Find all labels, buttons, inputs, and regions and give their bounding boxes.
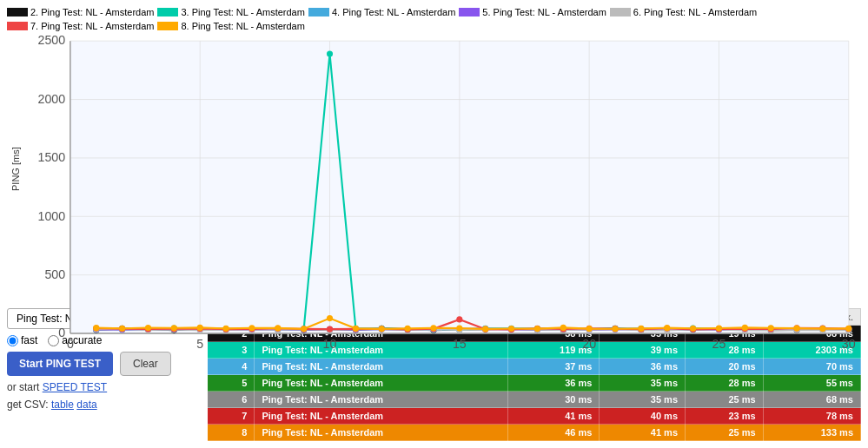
table-cell: 36 ms bbox=[507, 375, 600, 392]
legend-color-8 bbox=[157, 22, 178, 30]
svg-point-216 bbox=[275, 325, 281, 331]
svg-point-213 bbox=[197, 325, 203, 331]
table-cell: 25 ms bbox=[686, 392, 764, 408]
y-axis-label: PING [ms] bbox=[7, 35, 21, 303]
svg-text:25: 25 bbox=[712, 337, 726, 351]
svg-text:2500: 2500 bbox=[38, 35, 66, 47]
legend-label-2: 2. Ping Test: NL - Amsterdam bbox=[30, 7, 154, 17]
legend-color-3 bbox=[157, 8, 178, 16]
table-cell: 35 ms bbox=[600, 375, 686, 392]
legend-color-5 bbox=[459, 8, 480, 16]
table-cell: 37 ms bbox=[507, 359, 600, 375]
table-cell: 20 ms bbox=[686, 359, 764, 375]
legend-color-4 bbox=[308, 8, 329, 16]
csv-text: get CSV: bbox=[7, 399, 49, 411]
svg-point-236 bbox=[793, 325, 799, 331]
svg-text:1000: 1000 bbox=[38, 209, 66, 223]
svg-point-211 bbox=[145, 325, 151, 331]
cell-server: Ping Test: NL - Amsterdam bbox=[255, 375, 507, 392]
svg-text:15: 15 bbox=[453, 337, 467, 351]
svg-text:1500: 1500 bbox=[38, 150, 66, 164]
legend-item-6: 6. Ping Test: NL - Amsterdam bbox=[610, 7, 757, 17]
svg-text:0: 0 bbox=[58, 326, 65, 339]
table-link[interactable]: table bbox=[51, 399, 74, 411]
cell-server: Ping Test: NL - Amsterdam bbox=[255, 408, 507, 425]
table-cell: 28 ms bbox=[686, 375, 764, 392]
chart-svg: 05001000150020002500051015202530 bbox=[21, 35, 861, 359]
legend-label-3: 3. Ping Test: NL - Amsterdam bbox=[181, 7, 304, 17]
cell-server: Ping Test: NL - Amsterdam bbox=[255, 392, 507, 408]
legend-color-7 bbox=[7, 22, 28, 30]
svg-point-226 bbox=[534, 326, 540, 332]
legend-label-6: 6. Ping Test: NL - Amsterdam bbox=[633, 7, 757, 17]
svg-point-223 bbox=[456, 326, 462, 332]
svg-text:10: 10 bbox=[323, 337, 337, 351]
svg-point-68 bbox=[327, 50, 333, 56]
legend-item-4: 4. Ping Test: NL - Amsterdam bbox=[308, 7, 455, 17]
svg-point-220 bbox=[379, 326, 385, 332]
cell-server: Ping Test: NL - Amsterdam bbox=[255, 359, 507, 375]
table-cell: 55 ms bbox=[763, 375, 860, 392]
or-text: or start bbox=[7, 381, 39, 393]
svg-text:30: 30 bbox=[842, 337, 856, 351]
legend-item-3: 3. Ping Test: NL - Amsterdam bbox=[157, 7, 304, 17]
svg-point-212 bbox=[171, 325, 177, 331]
table-cell: 41 ms bbox=[600, 425, 686, 441]
table-row: 7Ping Test: NL - Amsterdam41 ms40 ms23 m… bbox=[208, 408, 861, 425]
table-row: 4Ping Test: NL - Amsterdam37 ms36 ms20 m… bbox=[208, 359, 861, 375]
table-cell: 8 bbox=[208, 425, 255, 441]
svg-text:2000: 2000 bbox=[38, 92, 66, 106]
svg-point-188 bbox=[327, 326, 333, 332]
links-row: or start SPEED TEST bbox=[7, 381, 189, 393]
svg-point-209 bbox=[93, 325, 99, 331]
svg-point-219 bbox=[353, 326, 359, 332]
svg-point-214 bbox=[223, 326, 229, 332]
svg-point-237 bbox=[819, 326, 825, 332]
svg-point-228 bbox=[586, 326, 593, 332]
svg-point-222 bbox=[430, 325, 436, 331]
table-cell: 70 ms bbox=[763, 359, 860, 375]
table-cell: 46 ms bbox=[507, 425, 600, 441]
x-axis-labels bbox=[21, 359, 861, 360]
svg-point-235 bbox=[768, 325, 774, 331]
legend-item-5: 5. Ping Test: NL - Amsterdam bbox=[459, 7, 606, 17]
table-cell: 6 bbox=[208, 392, 255, 408]
svg-point-217 bbox=[301, 326, 307, 332]
table-cell: 36 ms bbox=[600, 359, 686, 375]
data-link[interactable]: data bbox=[76, 399, 96, 411]
table-cell: 41 ms bbox=[507, 408, 600, 425]
radio-fast[interactable] bbox=[7, 335, 18, 346]
table-cell: 7 bbox=[208, 408, 255, 425]
svg-text:500: 500 bbox=[44, 267, 65, 281]
svg-text:20: 20 bbox=[582, 337, 596, 351]
table-cell: 30 ms bbox=[507, 392, 600, 408]
svg-point-230 bbox=[638, 326, 644, 332]
svg-point-224 bbox=[482, 326, 488, 332]
legend-label-7: 7. Ping Test: NL - Amsterdam bbox=[30, 21, 154, 31]
svg-point-233 bbox=[716, 325, 722, 331]
svg-point-221 bbox=[405, 326, 411, 332]
speed-test-link[interactable]: SPEED TEST bbox=[43, 381, 107, 393]
svg-point-225 bbox=[508, 326, 514, 332]
table-cell: 68 ms bbox=[763, 392, 860, 408]
table-cell: 40 ms bbox=[600, 408, 686, 425]
legend-color-2 bbox=[7, 8, 28, 16]
legend-label-5: 5. Ping Test: NL - Amsterdam bbox=[482, 7, 606, 17]
svg-point-218 bbox=[327, 315, 333, 321]
legend-item-2: 2. Ping Test: NL - Amsterdam bbox=[7, 7, 154, 17]
table-cell: 25 ms bbox=[686, 425, 764, 441]
main-container: 2. Ping Test: NL - Amsterdam3. Ping Test… bbox=[0, 0, 868, 448]
legend-item-8: 8. Ping Test: NL - Amsterdam bbox=[157, 21, 304, 31]
table-row: 6Ping Test: NL - Amsterdam30 ms35 ms25 m… bbox=[208, 392, 861, 408]
table-cell: 78 ms bbox=[763, 408, 860, 425]
legend-label-8: 8. Ping Test: NL - Amsterdam bbox=[181, 21, 304, 31]
legend-label-4: 4. Ping Test: NL - Amsterdam bbox=[332, 7, 455, 17]
table-cell: 133 ms bbox=[763, 425, 860, 441]
table-row: 5Ping Test: NL - Amsterdam36 ms35 ms28 m… bbox=[208, 375, 861, 392]
svg-point-231 bbox=[664, 325, 670, 331]
csv-row: get CSV: table data bbox=[7, 399, 189, 411]
chart-inner: 05001000150020002500051015202530 bbox=[21, 35, 861, 303]
legend-color-6 bbox=[610, 8, 631, 16]
table-cell: 23 ms bbox=[686, 408, 764, 425]
svg-point-238 bbox=[845, 326, 851, 332]
